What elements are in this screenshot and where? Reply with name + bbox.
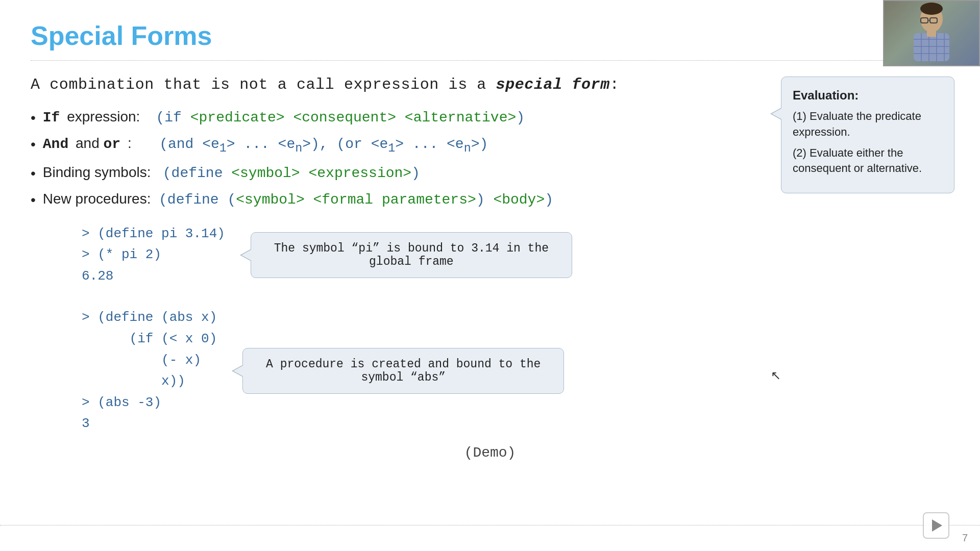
play-icon xyxy=(932,519,942,532)
bullet-dot-3: • xyxy=(31,165,36,182)
and-label: And xyxy=(43,136,68,152)
webcam-video xyxy=(884,1,979,65)
and-label-middle: and xyxy=(76,135,104,151)
procedures-code: (define (<symbol> <formal parameters>) <… xyxy=(159,192,553,208)
bullet-dot-1: • xyxy=(31,110,36,126)
binding-code: (define <symbol> <expression>) xyxy=(163,165,420,181)
evaluation-step2: (2) Evaluate either the consequent or al… xyxy=(793,145,943,177)
cursor-indicator: ↖ xyxy=(771,368,781,383)
webcam-overlay xyxy=(883,0,980,66)
code-block-abs: > (define (abs x) (if (< x 0) (- x) x)) … xyxy=(82,307,217,435)
slide-number: 7 xyxy=(962,532,968,544)
abs-line-2: (if (< x 0) xyxy=(82,329,217,350)
callout-pi-text: The symbol “pi” is bound to 3.14 in the … xyxy=(274,242,549,268)
slide-container: Special Forms A combination that is not … xyxy=(0,0,980,551)
svg-rect-12 xyxy=(927,31,936,37)
callout-pi: The symbol “pi” is bound to 3.14 in the … xyxy=(251,232,572,278)
abs-line-1: > (define (abs x) xyxy=(82,307,217,329)
code-block-pi: > (define pi 3.14) > (* pi 2) 6.28 xyxy=(82,223,225,287)
bullet-dot-2: • xyxy=(31,136,36,153)
code-line-2: > (* pi 2) xyxy=(82,244,225,266)
code-examples-section: > (define pi 3.14) > (* pi 2) 6.28 The s… xyxy=(82,223,949,435)
abs-line-3: (- x) xyxy=(82,350,217,371)
abs-result: 3 xyxy=(82,413,217,435)
or-label-suffix: : xyxy=(128,135,155,151)
evaluation-step1: (1) Evaluate the predicate expression. xyxy=(793,109,943,140)
abs-line-5: > (abs -3) xyxy=(82,392,217,414)
code-result-pi: 6.28 xyxy=(82,266,225,287)
or-label: or xyxy=(104,136,121,152)
if-label-suffix: expression: xyxy=(67,109,152,124)
code-line-1: > (define pi 3.14) xyxy=(82,223,225,245)
evaluation-box: Evaluation: (1) Evaluate the predicate e… xyxy=(781,77,954,193)
play-button[interactable] xyxy=(923,512,949,539)
binding-label: Binding symbols: xyxy=(43,164,159,180)
code-example-pi: > (define pi 3.14) > (* pi 2) 6.28 The s… xyxy=(82,223,949,287)
callout-abs-text: A procedure is created and bound to the … xyxy=(266,358,541,384)
svg-point-13 xyxy=(920,3,943,15)
demo-label: (Demo) xyxy=(31,445,949,461)
if-label: If xyxy=(43,110,60,126)
callout-abs: A procedure is created and bound to the … xyxy=(242,348,564,394)
slide-title: Special Forms xyxy=(31,20,949,51)
person-silhouette xyxy=(898,3,965,64)
code-example-abs: > (define (abs x) (if (< x 0) (- x) x)) … xyxy=(82,307,949,435)
if-code: (if <predicate> <consequent> <alternativ… xyxy=(156,110,525,126)
procedures-label: New procedures: xyxy=(43,191,155,207)
evaluation-box-title: Evaluation: xyxy=(793,88,943,103)
title-area: Special Forms xyxy=(31,20,949,61)
bullet-dot-4: • xyxy=(31,192,36,208)
bottom-divider xyxy=(0,525,980,525)
and-or-code: (and <e1> ... <en>), (or <e1> ... <en>) xyxy=(159,136,488,152)
abs-line-4: x)) xyxy=(82,371,217,392)
